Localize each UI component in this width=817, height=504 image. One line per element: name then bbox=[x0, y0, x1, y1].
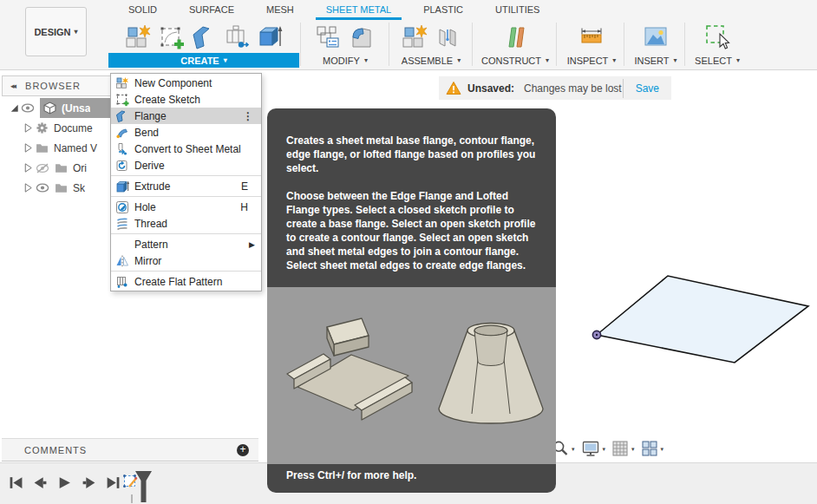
insert-group-label: INSERT bbox=[634, 56, 669, 66]
chevron-down-icon: ▾ bbox=[603, 446, 606, 452]
timeline-step-back-button[interactable] bbox=[33, 475, 48, 490]
menu-item-hole[interactable]: Hole H bbox=[111, 199, 261, 215]
document-root-label: (Unsa bbox=[62, 102, 90, 115]
visibility-off-eye-icon[interactable] bbox=[36, 163, 49, 173]
browser-title: BROWSER bbox=[25, 81, 81, 91]
timeline-go-to-end-button[interactable] bbox=[106, 475, 121, 490]
unsaved-message: Changes may be lost bbox=[523, 82, 623, 95]
tab-solid[interactable]: SOLID bbox=[118, 0, 167, 20]
chevron-down-icon: ▾ bbox=[546, 57, 549, 64]
submenu-arrow-icon: ▶ bbox=[249, 240, 255, 249]
insert-dropdown-button[interactable]: INSERT ▾ bbox=[625, 53, 686, 68]
mirror-icon bbox=[114, 254, 129, 268]
visibility-eye-icon[interactable] bbox=[36, 183, 49, 193]
warning-icon bbox=[446, 81, 461, 95]
grid-snap-button[interactable]: ▾ bbox=[610, 438, 637, 459]
new-component-icon bbox=[401, 23, 428, 51]
timeline-position-marker[interactable] bbox=[134, 470, 153, 503]
menu-item-convert-to-sheet-metal[interactable]: Convert to Sheet Metal bbox=[111, 141, 261, 157]
sketch-rectangle[interactable] bbox=[597, 276, 808, 363]
collapse-triangle-icon[interactable] bbox=[9, 102, 21, 114]
comments-title: COMMENTS bbox=[24, 445, 87, 455]
joint-tool[interactable] bbox=[433, 23, 462, 52]
menu-item-flange[interactable]: Flange ⋮ bbox=[111, 108, 261, 124]
assemble-dropdown-button[interactable]: ASSEMBLE ▾ bbox=[390, 53, 472, 68]
bend-icon bbox=[114, 126, 129, 140]
ribbon-header: DESIGN ▾ SOLID SURFACE MESH SHEET METAL … bbox=[0, 0, 817, 70]
chevron-down-icon: ▾ bbox=[736, 57, 740, 64]
expand-triangle-icon[interactable] bbox=[23, 142, 36, 154]
menu-item-bend[interactable]: Bend bbox=[111, 124, 261, 141]
collapse-panel-icon[interactable]: ◂◂ bbox=[10, 82, 15, 90]
parameters-icon bbox=[315, 23, 343, 51]
lofted-flange-illustration bbox=[430, 306, 552, 445]
timeline-go-to-start-button[interactable] bbox=[9, 475, 23, 490]
measure-tool[interactable] bbox=[577, 23, 606, 52]
design-workspace-button[interactable]: DESIGN ▾ bbox=[25, 7, 87, 56]
tab-mesh[interactable]: MESH bbox=[256, 0, 304, 20]
add-comment-button[interactable]: + bbox=[237, 444, 249, 456]
timeline-play-button[interactable] bbox=[57, 475, 72, 490]
menu-item-create-flat-pattern[interactable]: Create Flat Pattern bbox=[111, 273, 261, 290]
flange-tool[interactable] bbox=[189, 23, 219, 52]
assemble-new-component-tool[interactable] bbox=[400, 23, 429, 52]
menu-item-thread[interactable]: Thread bbox=[111, 215, 261, 232]
named-views-label: Named V bbox=[54, 142, 97, 154]
select-dropdown-button[interactable]: SELECT ▾ bbox=[686, 53, 748, 68]
gear-icon bbox=[36, 121, 49, 134]
menu-item-mirror[interactable]: Mirror bbox=[111, 252, 261, 269]
insert-image-tool[interactable] bbox=[641, 23, 670, 52]
chevron-down-icon: ▾ bbox=[674, 57, 677, 64]
extrude-icon bbox=[114, 180, 129, 193]
document-settings-label: Docume bbox=[54, 122, 93, 134]
tab-surface[interactable]: SURFACE bbox=[179, 0, 245, 20]
derive-icon bbox=[114, 159, 129, 173]
comments-panel-header[interactable]: COMMENTS + bbox=[2, 438, 258, 461]
construct-plane-tool[interactable] bbox=[500, 23, 530, 52]
canvas-sketch-plane[interactable] bbox=[564, 260, 817, 373]
group-separator bbox=[300, 23, 301, 66]
inspect-dropdown-button[interactable]: INSPECT ▾ bbox=[558, 53, 625, 68]
sketches-label: Sk bbox=[73, 182, 85, 194]
extrude-tool[interactable] bbox=[255, 23, 284, 52]
construct-dropdown-button[interactable]: CONSTRUCT ▾ bbox=[474, 53, 557, 68]
create-sketch-tool[interactable] bbox=[156, 23, 186, 52]
expand-triangle-icon[interactable] bbox=[23, 122, 36, 134]
expand-triangle-icon[interactable] bbox=[23, 162, 36, 173]
create-dropdown-button[interactable]: CREATE ▾ bbox=[108, 53, 299, 68]
timeline-step-forward-button[interactable] bbox=[82, 475, 96, 490]
expand-triangle-icon[interactable] bbox=[23, 182, 36, 193]
tab-utilities[interactable]: UTILITIES bbox=[485, 0, 550, 20]
new-component-tool[interactable] bbox=[123, 23, 153, 52]
display-settings-button[interactable]: ▾ bbox=[579, 438, 608, 459]
fillet-icon bbox=[348, 23, 376, 51]
joint-icon bbox=[434, 23, 461, 51]
chevron-down-icon: ▾ bbox=[631, 446, 635, 452]
save-button[interactable]: Save bbox=[623, 79, 664, 98]
fillet-tool[interactable] bbox=[347, 23, 376, 52]
menu-item-extrude[interactable]: Extrude E bbox=[111, 178, 261, 194]
select-tool[interactable] bbox=[703, 23, 732, 52]
menu-item-pattern[interactable]: Pattern ▶ bbox=[111, 236, 261, 252]
group-separator bbox=[684, 23, 685, 66]
group-separator bbox=[624, 23, 624, 66]
timeline-track-tick bbox=[131, 494, 133, 503]
ribbon-group-inspect: INSPECT ▾ bbox=[558, 21, 625, 68]
unfold-tool[interactable] bbox=[222, 23, 252, 52]
shortcut-key: E bbox=[241, 180, 248, 193]
timeline-playback-controls bbox=[9, 475, 121, 490]
modify-dropdown-button[interactable]: MODIFY ▾ bbox=[302, 53, 389, 68]
visibility-eye-icon[interactable] bbox=[21, 103, 35, 113]
manage-parameters-tool[interactable] bbox=[314, 23, 343, 52]
tab-sheet-metal[interactable]: SHEET METAL bbox=[316, 0, 402, 20]
inspect-group-label: INSPECT bbox=[567, 56, 609, 66]
menu-item-create-sketch[interactable]: Create Sketch bbox=[111, 91, 261, 108]
menu-item-derive[interactable]: Derive bbox=[111, 157, 261, 173]
select-cursor-icon bbox=[703, 23, 732, 52]
menu-item-new-component[interactable]: New Component bbox=[111, 75, 261, 91]
tab-plastic[interactable]: PLASTIC bbox=[413, 0, 474, 20]
more-options-icon[interactable]: ⋮ bbox=[243, 110, 253, 122]
origin-label: Ori bbox=[73, 162, 87, 174]
viewports-button[interactable]: ▾ bbox=[639, 438, 666, 459]
ribbon-group-insert: INSERT ▾ bbox=[625, 21, 686, 68]
